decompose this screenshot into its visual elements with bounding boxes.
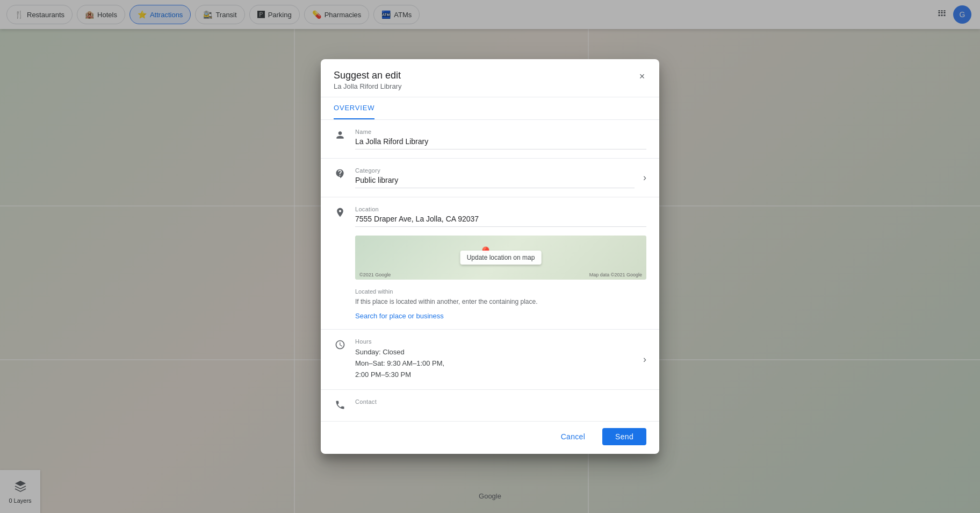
name-label: Name (355, 129, 646, 135)
located-within-label: Located within (355, 288, 646, 295)
contact-field-row: Contact (321, 390, 659, 421)
hours-line-2: Mon–Sat: 9:30 AM–1:00 PM, (355, 358, 635, 369)
map-update-location-button[interactable]: Update location on map (460, 251, 542, 265)
modal-overlay[interactable]: Suggest an edit La Jolla Riford Library … (0, 0, 980, 513)
modal-body: Name La Jolla Riford Library Category Pu… (321, 120, 659, 421)
name-field-row: Name La Jolla Riford Library (321, 120, 659, 159)
name-icon (334, 130, 347, 142)
category-icon (334, 168, 347, 181)
location-label: Location (355, 206, 646, 212)
search-place-link[interactable]: Search for place or business (355, 312, 444, 320)
hours-line-1: Sunday: Closed (355, 347, 635, 358)
map-preview[interactable]: 📍 Update location on map ©2021 Google Ma… (355, 236, 646, 280)
contact-icon (334, 400, 347, 412)
map-copyright-right: Map data ©2021 Google (589, 272, 642, 277)
category-label: Category (355, 167, 635, 174)
location-field-content: Location 7555 Draper Ave, La Jolla, CA 9… (355, 206, 646, 227)
modal-subtitle: La Jolla Riford Library (334, 82, 646, 90)
hours-label: Hours (355, 338, 635, 345)
cancel-button[interactable]: Cancel (550, 428, 596, 445)
category-value[interactable]: Public library (355, 176, 635, 188)
map-copyright-left: ©2021 Google (359, 272, 391, 277)
name-field-content: Name La Jolla Riford Library (355, 129, 646, 149)
location-value[interactable]: 7555 Draper Ave, La Jolla, CA 92037 (355, 215, 646, 227)
category-field-content: Category Public library (355, 167, 635, 188)
modal-header: Suggest an edit La Jolla Riford Library … (321, 59, 659, 97)
hours-icon (334, 339, 347, 352)
hours-field-row: Hours Sunday: Closed Mon–Sat: 9:30 AM–1:… (321, 330, 659, 389)
modal-footer: Cancel Send (321, 421, 659, 454)
hours-field-content: Hours Sunday: Closed Mon–Sat: 9:30 AM–1:… (355, 338, 635, 380)
close-button[interactable]: × (633, 68, 651, 85)
location-field-row: Location 7555 Draper Ave, La Jolla, CA 9… (321, 197, 659, 330)
contact-field-content: Contact (355, 398, 646, 407)
name-value[interactable]: La Jolla Riford Library (355, 137, 646, 149)
suggest-edit-dialog: Suggest an edit La Jolla Riford Library … (321, 59, 659, 453)
location-icon (334, 207, 347, 220)
category-chevron-icon[interactable]: › (643, 172, 646, 183)
send-button[interactable]: Send (602, 428, 646, 445)
hours-line-3: 2:00 PM–5:30 PM (355, 369, 635, 381)
hours-chevron-icon[interactable]: › (643, 354, 646, 365)
located-within-desc: If this place is located within another,… (355, 297, 646, 307)
hours-value: Sunday: Closed Mon–Sat: 9:30 AM–1:00 PM,… (355, 347, 635, 380)
modal-tabs: OVERVIEW (321, 97, 659, 120)
tab-overview[interactable]: OVERVIEW (334, 97, 374, 119)
category-field-row: Category Public library › (321, 159, 659, 197)
contact-label: Contact (355, 398, 646, 405)
modal-title: Suggest an edit (334, 70, 646, 81)
